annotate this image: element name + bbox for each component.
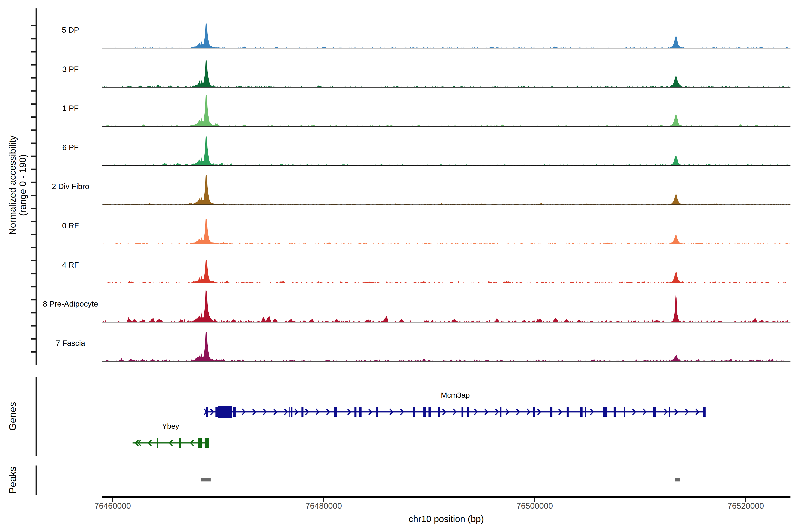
peaks-section-label: Peaks	[7, 467, 18, 494]
y-axis-tick	[31, 142, 36, 144]
coverage-track-8-pre-adipocyte	[102, 289, 791, 322]
x-tick-label-76460000: 76460000	[94, 501, 131, 511]
y-axis-tick	[31, 352, 36, 353]
track-baseline	[102, 48, 791, 48]
genes-section-label: Genes	[7, 402, 18, 431]
track-baseline	[102, 244, 791, 244]
y-axis-tick	[31, 38, 36, 39]
exon-mcm3ap	[291, 407, 292, 417]
track-baseline	[102, 322, 791, 322]
exon-mcm3ap	[603, 407, 607, 417]
exon-mcm3ap	[653, 407, 657, 417]
track-baseline	[102, 87, 791, 88]
track-label-4-rf: 4 RF	[62, 261, 79, 269]
coverage-track-2-div-fibro	[102, 175, 791, 205]
exon-mcm3ap	[500, 407, 501, 417]
exon-mcm3ap	[585, 407, 586, 417]
y-axis-tick	[31, 103, 36, 104]
y-axis-tick	[31, 338, 36, 340]
y-axis-tick	[31, 208, 36, 209]
track-label-3-pf: 3 PF	[62, 65, 79, 74]
exon-ybey	[157, 438, 158, 448]
exon-mcm3ap	[289, 407, 290, 417]
track-label-2-div-fibro: 2 Div Fibro	[52, 182, 89, 191]
genome-tracks-canvas	[0, 0, 798, 532]
exon-ybey	[205, 438, 209, 448]
exon-mcm3ap	[376, 407, 378, 417]
track-label-7-fascia: 7 Fascia	[56, 339, 85, 347]
track-baseline	[102, 204, 791, 205]
coverage-track-1-pf	[102, 95, 791, 126]
y-axis-tick	[31, 234, 36, 235]
y-axis-label-line1: Normalized accessibility	[7, 135, 18, 235]
x-tick-label-76500000: 76500000	[516, 501, 553, 511]
exon-ybey	[179, 438, 181, 448]
y-axis-tick	[31, 273, 36, 274]
exon-mcm3ap	[550, 407, 552, 417]
gene-label-mcm3ap: Mcm3ap	[441, 391, 470, 399]
coverage-track-5-dp	[102, 23, 791, 48]
track-label-1-pf: 1 PF	[62, 104, 79, 113]
track-baseline	[102, 165, 791, 166]
exon-mcm3ap	[438, 407, 440, 417]
axis-bracket	[36, 466, 37, 495]
exon-mcm3ap	[703, 407, 706, 417]
exon-mcm3ap	[413, 407, 415, 417]
exon-mcm3ap	[533, 407, 535, 417]
axis-bracket	[36, 8, 37, 365]
exon-mcm3ap	[669, 407, 670, 417]
exon-mcm3ap	[613, 407, 616, 417]
y-axis-tick	[31, 77, 36, 78]
coverage-track-4-rf	[102, 260, 791, 283]
x-axis-line	[102, 496, 791, 498]
y-axis-tick	[31, 156, 36, 157]
exon-mcm3ap	[233, 407, 235, 417]
exon-mcm3ap	[355, 407, 357, 417]
y-axis-tick	[31, 195, 36, 196]
coverage-track-7-fascia	[102, 332, 791, 361]
y-axis-tick	[31, 116, 36, 118]
axis-bracket	[36, 377, 37, 456]
y-axis-tick	[31, 247, 36, 248]
y-axis-tick	[31, 286, 36, 287]
exon-mcm3ap	[467, 407, 469, 417]
x-tick-label-76480000: 76480000	[305, 501, 342, 511]
exon-mcm3ap	[218, 406, 232, 418]
exon-mcm3ap	[302, 407, 303, 417]
coverage-plot-figure: Normalized accessibility (range 0 - 190)…	[0, 0, 798, 532]
called-peak-box	[675, 478, 680, 481]
y-axis-tick	[31, 221, 36, 222]
y-axis-tick	[31, 25, 36, 26]
coverage-track-3-pf	[102, 60, 791, 87]
y-axis-tick	[31, 312, 36, 314]
exon-mcm3ap	[215, 407, 218, 417]
y-axis-tick	[31, 130, 36, 131]
y-axis-tick	[31, 325, 36, 326]
track-label-5-dp: 5 DP	[62, 25, 79, 34]
exon-mcm3ap	[423, 407, 426, 417]
exon-mcm3ap	[359, 407, 362, 417]
y-axis-tick	[31, 182, 36, 183]
gene-label-ybey: Ybey	[162, 422, 179, 431]
y-axis-tick	[31, 51, 36, 53]
exon-mcm3ap	[429, 407, 431, 417]
x-tick-label-76520000: 76520000	[727, 501, 764, 511]
called-peak-box	[201, 478, 211, 481]
exon-ybey	[198, 438, 202, 448]
coverage-track-6-pf	[102, 136, 791, 166]
exon-mcm3ap	[580, 407, 583, 417]
y-axis-tick	[31, 169, 36, 170]
x-axis-title: chr10 position (bp)	[408, 514, 484, 524]
track-baseline	[102, 126, 791, 127]
y-axis-tick	[31, 90, 36, 92]
y-axis-tick	[31, 299, 36, 300]
exon-mcm3ap	[334, 407, 337, 417]
y-axis-label-line2: (range 0 - 190)	[18, 154, 28, 216]
y-axis-tick	[31, 260, 36, 261]
track-baseline	[102, 283, 791, 283]
track-label-6-pf: 6 PF	[62, 143, 79, 152]
exon-mcm3ap	[567, 407, 569, 417]
exon-mcm3ap	[461, 407, 463, 417]
coverage-track-0-rf	[102, 218, 791, 244]
y-axis-tick	[31, 64, 36, 65]
